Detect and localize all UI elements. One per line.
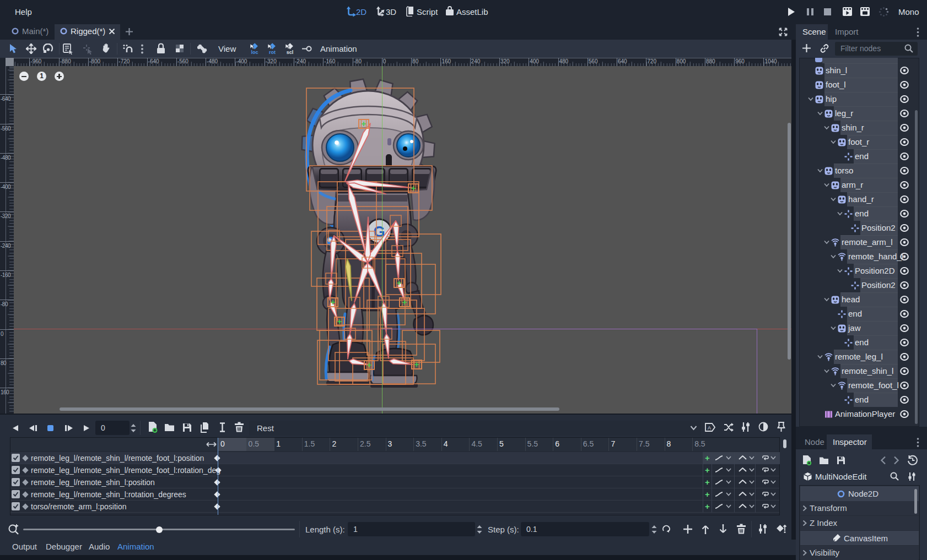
svg-text:loc: loc (251, 50, 258, 55)
svg-text:rot: rot (269, 50, 276, 55)
svg-text:A: A (708, 425, 711, 431)
svg-text:scl: scl (287, 50, 294, 55)
